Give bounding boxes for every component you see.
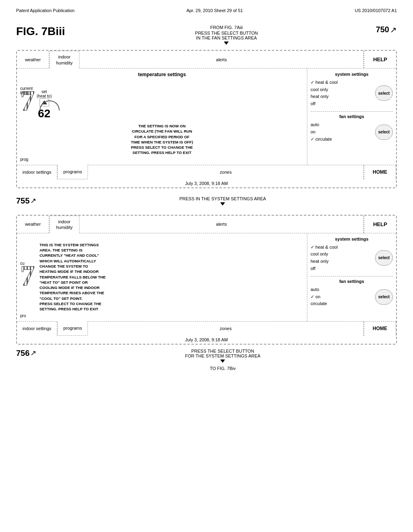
fan-opt-on-755: ✓ on xyxy=(311,293,327,301)
message-750: THE SETTING IS NOW ON CIRCULATE (THE FAN… xyxy=(20,123,304,156)
page: Patent Application Publication Apr. 29, … xyxy=(0,0,413,379)
bottom-zones-755[interactable]: zones xyxy=(88,322,364,336)
main-content-755: cu 7 THIS IS THE SYSTEM SETTINGS AREA. T… xyxy=(17,233,396,321)
fan-settings-755: fan settings auto ✓ on circulate select xyxy=(311,279,393,308)
bottom-indoor-750[interactable]: indoor settings xyxy=(17,165,57,179)
bottom-annotations-756: 756 ↗ PRESS THE SELECT BUTTON FOR THE SY… xyxy=(16,349,397,371)
bottom-nav-755: indoor settings programs zones HOME xyxy=(17,321,396,336)
fig-750-section: FIG. 7Biii FROM FIG. 7Aiii PRESS THE SEL… xyxy=(16,25,397,188)
thermo-panel-750: weather indoorhumidity alerts HELP tempe… xyxy=(16,50,397,188)
nav-indoor-humidity-750[interactable]: indoorhumidity xyxy=(49,51,79,69)
ref-755: 755 xyxy=(16,196,29,206)
system-select-btn-755[interactable]: select xyxy=(375,250,393,266)
timestamp-750: July 3, 2008, 9:18 AM xyxy=(17,179,396,187)
bottom-zones-750[interactable]: zones xyxy=(88,165,364,179)
patent-center: Apr. 29, 2010 Sheet 29 of 51 xyxy=(186,8,243,13)
fig-label: FIG. 7Biii xyxy=(16,25,65,38)
press-756-label2: FOR THE SYSTEM SETTINGS AREA xyxy=(185,353,261,358)
press-label2: IN THE FAN SETTINGS AREA xyxy=(196,35,257,40)
nav-weather-750[interactable]: weather xyxy=(17,51,49,68)
fig-label-col: FIG. 7Biii xyxy=(16,25,65,40)
bottom-nav-750: indoor settings programs zones HOME xyxy=(17,165,396,179)
fig-title-area: FIG. 7Biii FROM FIG. 7Aiii PRESS THE SEL… xyxy=(16,25,397,46)
temp-section-750: current temp 7 set (heat to) 62 xyxy=(20,81,304,121)
ref-756: 756 xyxy=(16,349,29,358)
system-options-755: ✓ heat & cool cool only heat only off xyxy=(311,244,338,272)
ref-750: 750 xyxy=(376,25,389,34)
to-fig-756: TO FIG. 7Biv xyxy=(210,366,236,371)
sys-opt-heat-only-755: heat only xyxy=(311,258,338,265)
bottom-indoor-755[interactable]: indoor settings xyxy=(17,322,57,336)
fan-opt-auto-755: auto xyxy=(311,286,327,293)
arrow-down-750 xyxy=(224,42,229,45)
nav-alerts-750[interactable]: alerts xyxy=(79,51,364,68)
ref-756-arrow: ↗ xyxy=(30,349,36,357)
press-label: PRESS THE SELECT BUTTON xyxy=(195,31,258,35)
heat-to-label-750: (heat to) xyxy=(37,94,52,98)
nav-help-755[interactable]: HELP xyxy=(364,216,396,233)
nav-weather-755[interactable]: weather xyxy=(17,216,49,233)
fan-settings-title-750: fan settings xyxy=(311,114,393,119)
system-opt-off: off xyxy=(311,100,338,108)
system-opt-cool-only: cool only xyxy=(311,86,338,94)
arrow-down-755 xyxy=(220,202,225,206)
sys-opt-cool-only-755: cool only xyxy=(311,251,338,258)
arrow-down-756 xyxy=(220,360,225,363)
bottom-home-755[interactable]: HOME xyxy=(364,322,396,336)
thermo-panel-755: weather indoorhumidity alerts HELP cu 7 … xyxy=(16,215,397,345)
divider-755 xyxy=(311,276,393,276)
bottom-home-750[interactable]: HOME xyxy=(364,165,396,179)
left-panel-750: temperature settings current temp 7 set … xyxy=(17,69,307,165)
fan-select-btn-750[interactable]: select xyxy=(375,125,393,140)
fan-settings-row-750: auto on ✓ circulate select xyxy=(311,121,393,143)
press-756-label: PRESS THE SELECT BUTTON xyxy=(191,349,254,353)
fan-opt-on: on xyxy=(311,129,332,136)
nav-help-750[interactable]: HELP xyxy=(364,51,396,68)
temp-settings-title-750: temperature settings xyxy=(20,72,304,77)
fan-opt-circulate: ✓ circulate xyxy=(311,136,332,143)
system-select-btn-750[interactable]: select xyxy=(375,85,393,101)
fan-select-btn-755[interactable]: select xyxy=(375,289,393,305)
fan-options-755: auto ✓ on circulate xyxy=(311,286,327,308)
nav-indoor-humidity-755[interactable]: indoorhumidity xyxy=(49,216,79,233)
top-nav-755: weather indoorhumidity alerts HELP xyxy=(17,216,396,233)
top-nav-750: weather indoorhumidity alerts HELP xyxy=(17,51,396,69)
press-755-label: PRESS IN THE SYSTEM SETTINGS AREA xyxy=(179,196,266,201)
patent-left: Patent Application Publication xyxy=(16,8,75,13)
bottom-programs-755[interactable]: programs xyxy=(57,321,88,336)
from-label: FROM FIG. 7Aiii xyxy=(210,25,243,30)
sys-opt-off-755: off xyxy=(311,265,338,272)
system-settings-row-750: ✓ heat & cool cool only heat only off se… xyxy=(311,79,393,107)
left-panel-755: cu 7 THIS IS THE SYSTEM SETTINGS AREA. T… xyxy=(17,233,307,321)
sys-opt-heat-cool-755: ✓ heat & cool xyxy=(311,244,338,251)
system-settings-title-750: system settings xyxy=(311,72,393,77)
main-content-750: temperature settings current temp 7 set … xyxy=(17,69,396,165)
message-755: THIS IS THE SYSTEM SETTINGS AREA. THE SE… xyxy=(38,242,107,312)
patent-header: Patent Application Publication Apr. 29, … xyxy=(16,8,397,13)
patent-right: US 2010/0107072 A1 xyxy=(355,8,397,13)
fan-opt-circulate-755: circulate xyxy=(311,300,327,308)
ref-755-arrow: ↗ xyxy=(30,196,36,205)
big-temp-750: 7 xyxy=(20,86,35,115)
prog-label-750: prog xyxy=(20,157,304,162)
ref-750-arrow: ↗ xyxy=(390,25,397,35)
fig-755-section: weather indoorhumidity alerts HELP cu 7 … xyxy=(16,215,397,371)
nav-alerts-755[interactable]: alerts xyxy=(79,216,364,233)
system-opt-heat-only: heat only xyxy=(311,93,338,100)
system-settings-row-755: ✓ heat & cool cool only heat only off se… xyxy=(311,244,393,272)
temp-section-755: cu 7 THIS IS THE SYSTEM SETTINGS AREA. T… xyxy=(20,240,304,312)
timestamp-755: July 3, 2008, 9:18 AM xyxy=(17,336,396,344)
set-label-750: set xyxy=(37,89,52,94)
prog-label-755: pro xyxy=(20,314,304,318)
fan-settings-title-755: fan settings xyxy=(311,279,393,284)
system-settings-755: system settings ✓ heat & cool cool only … xyxy=(311,237,393,272)
bottom-programs-750[interactable]: programs xyxy=(57,165,88,179)
fan-settings-750: fan settings auto on ✓ circulate select xyxy=(311,114,393,143)
right-panel-755: system settings ✓ heat & cool cool only … xyxy=(307,233,396,321)
big-temp-755: 7 xyxy=(20,261,35,290)
system-settings-750: system settings ✓ heat & cool cool only … xyxy=(311,72,393,107)
fan-options-750: auto on ✓ circulate xyxy=(311,121,332,143)
right-panel-750: system settings ✓ heat & cool cool only … xyxy=(307,69,396,165)
system-options-750: ✓ heat & cool cool only heat only off xyxy=(311,79,338,107)
system-opt-heat-cool: ✓ heat & cool xyxy=(311,79,338,86)
